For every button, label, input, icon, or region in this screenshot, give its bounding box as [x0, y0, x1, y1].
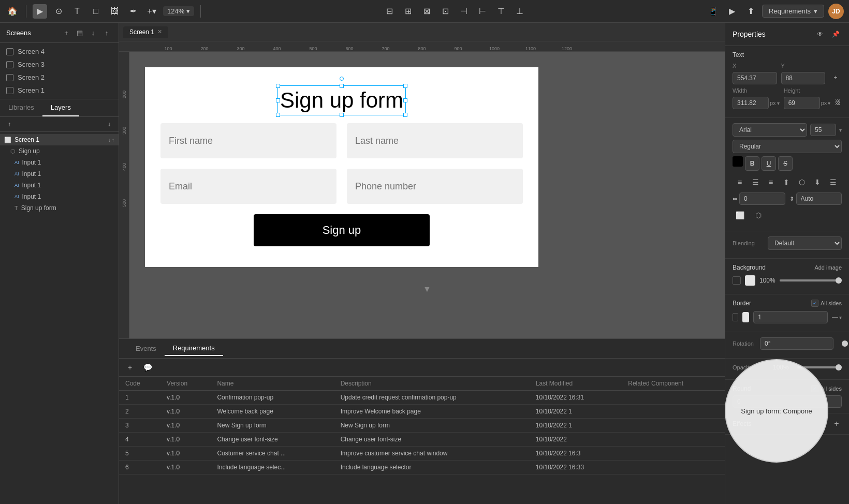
handle-bc[interactable]	[340, 113, 344, 117]
handle-br[interactable]	[403, 113, 407, 117]
align-left-icon[interactable]: ⊟	[382, 4, 397, 19]
border-all-sides-checkbox[interactable]	[811, 300, 818, 307]
visibility-icon[interactable]: 👁	[814, 28, 826, 40]
align-right-icon[interactable]: ⊠	[419, 4, 434, 19]
text-icon[interactable]: T	[70, 4, 84, 19]
font-family-select[interactable]: Arial	[733, 123, 807, 137]
align-middle-text-btn[interactable]: ⬡	[795, 175, 809, 189]
add-icon[interactable]: +▾	[144, 4, 159, 19]
rotate-handle[interactable]	[340, 77, 344, 81]
text-box-btn[interactable]: ⬜	[733, 208, 747, 223]
border-value-input[interactable]	[753, 311, 828, 323]
height-unit-chevron[interactable]: ▾	[828, 100, 830, 106]
handle-ml[interactable]	[276, 98, 280, 102]
grid-view-icon[interactable]: ▤	[74, 27, 85, 38]
screen-item[interactable]: Screen 3	[0, 58, 119, 71]
layer-item-signup-group[interactable]: ⬡ Sign up	[0, 145, 119, 157]
bg-color-swatch[interactable]	[745, 275, 755, 286]
signup-button[interactable]: Sign up	[254, 214, 430, 246]
padding-icon[interactable]: ⊤	[494, 4, 508, 19]
comment-icon[interactable]: 💬	[141, 361, 154, 374]
collapse-handle[interactable]: ▼	[129, 283, 725, 296]
handle-tl[interactable]	[276, 84, 280, 88]
align-top-text-btn[interactable]: ⬆	[779, 175, 794, 189]
handle-mr[interactable]	[403, 98, 407, 102]
align-center-icon[interactable]: ⊞	[401, 4, 415, 19]
align-left-text-btn[interactable]: ≡	[733, 175, 747, 189]
link-dimensions-icon[interactable]: ⛓	[835, 96, 842, 109]
slider-thumb[interactable]	[836, 277, 842, 284]
font-size-input[interactable]	[810, 124, 836, 136]
line-height-input[interactable]	[796, 192, 842, 205]
justify-text-btn[interactable]: ☰	[826, 175, 840, 189]
table-row[interactable]: 3 v.1.0 New Sign up form New Sign up for…	[119, 419, 725, 433]
arrow-down-icon[interactable]: ↓	[108, 137, 111, 143]
layer-down-icon[interactable]: ↓	[104, 119, 114, 129]
add-screen-icon[interactable]: +	[61, 27, 72, 38]
pen-icon[interactable]: ✒	[126, 4, 140, 19]
y-input[interactable]	[781, 72, 826, 84]
border-color-checkbox[interactable]	[733, 313, 738, 321]
first-name-input[interactable]	[160, 123, 336, 158]
width-input[interactable]	[733, 97, 769, 109]
pin-icon[interactable]: 📌	[829, 28, 842, 40]
strikethrough-button[interactable]: S	[778, 156, 793, 171]
text-crop-btn[interactable]: ⬡	[751, 208, 766, 223]
last-name-input[interactable]	[347, 123, 523, 158]
requirements-button[interactable]: Requirements ▾	[762, 5, 824, 18]
border-icon[interactable]: ⊥	[513, 4, 527, 19]
handle-tr[interactable]	[403, 84, 407, 88]
layer-item-input1-b[interactable]: AI Input 1	[0, 168, 119, 180]
font-style-select[interactable]: Regular	[733, 140, 842, 153]
layers-tab[interactable]: Layers	[42, 99, 79, 116]
libraries-tab[interactable]: Libraries	[0, 99, 42, 116]
lock-icon[interactable]: ⊙	[51, 4, 66, 19]
layer-up-icon[interactable]: ↑	[4, 119, 14, 129]
avatar[interactable]: JD	[828, 4, 844, 19]
spacing-icon[interactable]: ⊢	[475, 4, 490, 19]
lock-proportions-icon[interactable]: +	[829, 71, 842, 84]
distribute-v-icon[interactable]: ⊣	[457, 4, 471, 19]
color-swatch-dark[interactable]	[733, 156, 743, 167]
border-color-swatch[interactable]	[742, 312, 749, 322]
email-input[interactable]	[160, 169, 336, 204]
opacity-thumb[interactable]	[836, 364, 842, 370]
bg-color-checkbox[interactable]	[733, 276, 741, 285]
device-icon[interactable]: 📱	[706, 4, 721, 19]
font-size-chevron[interactable]: ▾	[839, 127, 842, 133]
canvas-title[interactable]: Sign up form	[280, 88, 403, 113]
width-unit-chevron[interactable]: ▾	[777, 100, 780, 106]
add-image-button[interactable]: Add image	[814, 264, 842, 271]
rotation-input[interactable]	[760, 337, 833, 350]
layer-item-screen1[interactable]: ⬜ Screen 1 ↓ ↑	[0, 134, 119, 145]
screen-item[interactable]: Screen 2	[0, 71, 119, 84]
home-icon[interactable]: 🏠	[5, 4, 20, 19]
export-icon[interactable]: ⬆	[743, 4, 758, 19]
align-right-text-btn[interactable]: ≡	[764, 175, 778, 189]
align-bottom-text-btn[interactable]: ⬇	[810, 175, 825, 189]
canvas-scroll[interactable]: Sign up form	[129, 52, 725, 338]
image-icon[interactable]: 🖼	[107, 4, 122, 19]
screen-item[interactable]: Screen 4	[0, 45, 119, 58]
sort-icon[interactable]: ↑	[101, 27, 112, 38]
rotation-thumb[interactable]	[842, 340, 848, 347]
play-icon[interactable]: ▶	[725, 4, 739, 19]
arrow-up-icon[interactable]: ↑	[112, 137, 114, 143]
handle-tc[interactable]	[340, 84, 344, 88]
handle-bl[interactable]	[276, 113, 280, 117]
table-row[interactable]: 1 v.1.0 Confirmation pop-up Update credi…	[119, 391, 725, 405]
design-canvas[interactable]: Sign up form	[145, 67, 538, 267]
table-row[interactable]: 4 v.1.0 Change user font-size Change use…	[119, 433, 725, 447]
layer-item-input1-c[interactable]: AI Input 1	[0, 180, 119, 191]
list-view-icon[interactable]: ↓	[87, 27, 99, 38]
layer-item-input1-a[interactable]: AI Input 1	[0, 157, 119, 168]
bold-button[interactable]: B	[745, 156, 759, 171]
pointer-icon[interactable]: ▶	[33, 4, 47, 19]
add-row-icon[interactable]: +	[123, 361, 137, 374]
underline-button[interactable]: U	[762, 156, 776, 171]
events-tab[interactable]: Events	[127, 342, 165, 355]
distribute-h-icon[interactable]: ⊡	[438, 4, 452, 19]
screen-item[interactable]: Screen 1	[0, 84, 119, 97]
add-effect-button[interactable]: +	[831, 419, 842, 429]
zoom-control[interactable]: 124% ▾	[163, 6, 194, 16]
